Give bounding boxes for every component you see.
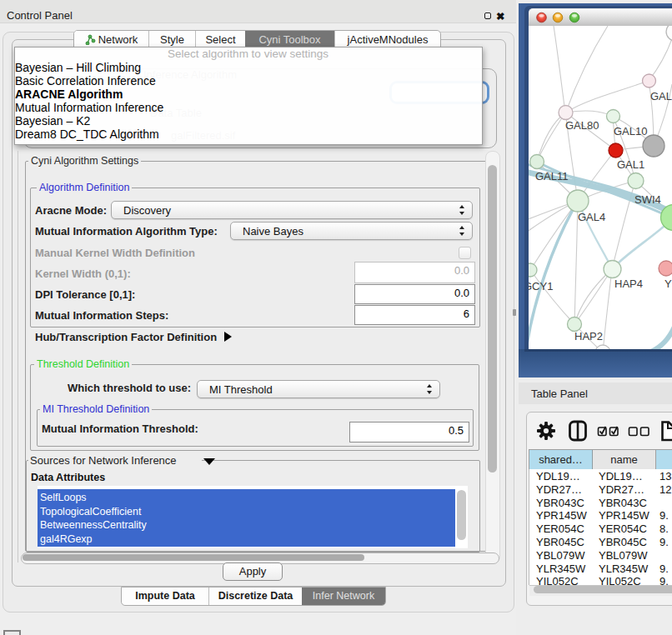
- svg-text:YML: YML: [664, 278, 672, 290]
- svg-text:GAL10: GAL10: [614, 125, 647, 138]
- svg-text:GCY1: GCY1: [529, 280, 553, 292]
- svg-text:GAL4: GAL4: [578, 211, 605, 223]
- svg-text:GAL2: GAL2: [650, 90, 672, 102]
- svg-text:HAP4: HAP4: [614, 278, 643, 290]
- svg-text:GAL11: GAL11: [535, 170, 569, 182]
- svg-text:SWI4: SWI4: [634, 193, 661, 206]
- svg-text:GAL1: GAL1: [617, 158, 644, 171]
- svg-text:GAL80: GAL80: [565, 119, 599, 132]
- svg-text:HAP2: HAP2: [574, 330, 603, 342]
